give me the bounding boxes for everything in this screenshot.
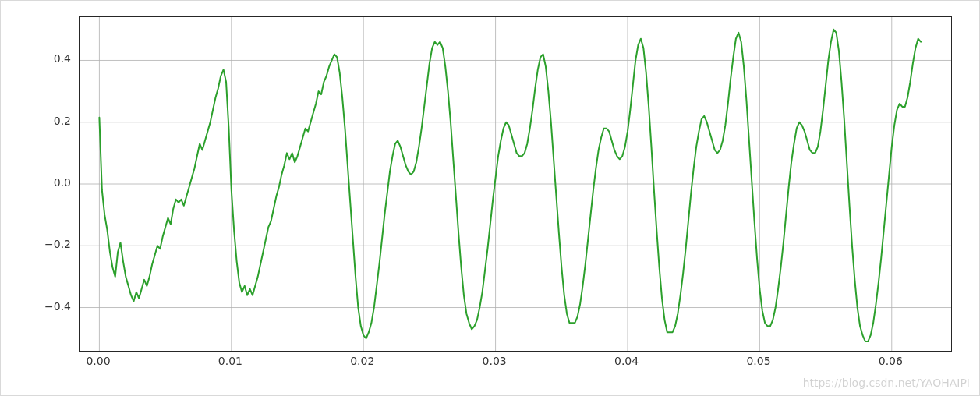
x-tick-label: 0.05 xyxy=(746,355,770,367)
y-tick-label: 0.2 xyxy=(54,115,71,127)
y-tick-label: 0.4 xyxy=(54,52,71,65)
gridlines xyxy=(80,17,951,351)
watermark-text: https://blog.csdn.net/YAOHAIPI xyxy=(803,377,970,389)
chart-frame: −0.4−0.20.00.20.4 0.000.010.020.030.040.… xyxy=(0,0,980,396)
x-tick-label: 0.01 xyxy=(218,355,242,367)
y-tick-label: −0.4 xyxy=(44,300,71,313)
x-tick-label: 0.04 xyxy=(614,355,639,367)
x-tick-label: 0.00 xyxy=(86,355,110,367)
x-tick-label: 0.02 xyxy=(350,355,374,367)
y-tick-label: −0.2 xyxy=(44,238,71,250)
chart-svg xyxy=(80,17,951,351)
x-tick-label: 0.03 xyxy=(483,355,507,367)
plot-area xyxy=(79,16,952,352)
series-line xyxy=(99,30,921,341)
y-tick-label: 0.0 xyxy=(54,176,71,189)
x-tick-label: 0.06 xyxy=(879,355,903,367)
series-group xyxy=(99,30,921,341)
